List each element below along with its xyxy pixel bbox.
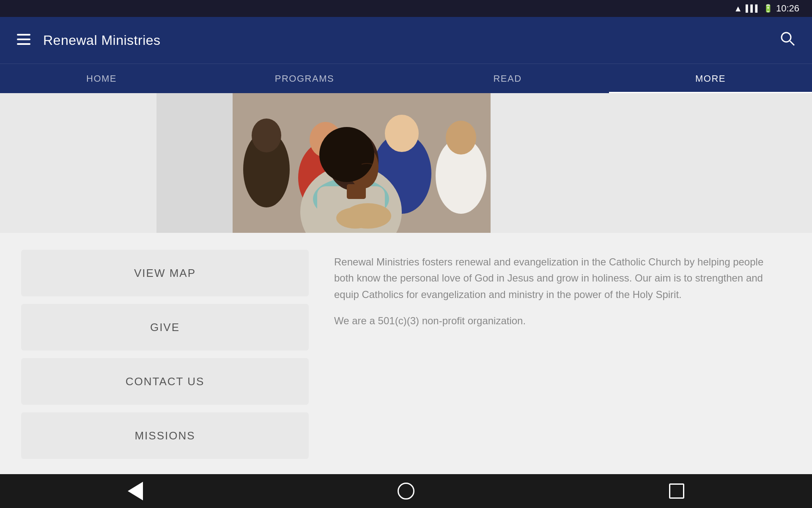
svg-point-7	[252, 119, 281, 152]
app-bar: Renewal Ministries	[0, 17, 812, 64]
svg-rect-0	[17, 34, 30, 36]
recents-button[interactable]	[664, 478, 689, 504]
recents-square-icon	[669, 483, 684, 499]
tab-read[interactable]: READ	[406, 64, 609, 93]
signal-icon: ▌▌▌	[746, 5, 760, 12]
battery-icon: 🔋	[763, 4, 773, 13]
tab-home[interactable]: HOME	[0, 64, 203, 93]
tab-programs[interactable]: PROGRAMS	[203, 64, 406, 93]
hero-section	[0, 93, 812, 233]
hero-right-bg	[491, 93, 812, 233]
svg-rect-2	[17, 43, 30, 45]
android-nav-bar	[0, 474, 812, 508]
home-circle-icon	[398, 483, 414, 500]
tab-more[interactable]: MORE	[609, 64, 812, 93]
svg-rect-1	[17, 39, 30, 40]
svg-line-4	[790, 41, 794, 45]
nav-tabs: HOME PROGRAMS READ MORE	[0, 64, 812, 93]
search-icon[interactable]	[780, 31, 795, 50]
svg-point-13	[446, 121, 476, 155]
home-button[interactable]	[393, 478, 419, 504]
hamburger-icon[interactable]	[17, 33, 30, 48]
nonprofit-paragraph: We are a 501(c)(3) non-profit organizati…	[334, 313, 782, 329]
back-button[interactable]	[123, 478, 148, 504]
view-map-button[interactable]: VIEW MAP	[21, 250, 309, 296]
app-bar-left: Renewal Ministries	[17, 33, 161, 48]
back-arrow-icon	[128, 482, 143, 500]
svg-point-11	[385, 115, 419, 152]
give-button[interactable]: GIVE	[21, 304, 309, 351]
content-area: VIEW MAP GIVE CONTACT US MISSIONS Renewa…	[0, 233, 812, 476]
wifi-icon: ▲	[734, 4, 742, 14]
svg-point-3	[782, 33, 791, 42]
svg-point-20	[336, 207, 374, 229]
left-buttons: VIEW MAP GIVE CONTACT US MISSIONS	[21, 250, 309, 459]
status-icons: ▲ ▌▌▌ 🔋 10:26	[734, 3, 799, 14]
svg-point-23	[319, 127, 374, 182]
right-text: Renewal Ministries fosters renewal and e…	[326, 250, 791, 459]
app-title: Renewal Ministries	[43, 33, 161, 48]
description-paragraph1: Renewal Ministries fosters renewal and e…	[334, 254, 782, 303]
missions-button[interactable]: MISSIONS	[21, 412, 309, 459]
hero-left-bg	[0, 93, 156, 233]
status-bar: ▲ ▌▌▌ 🔋 10:26	[0, 0, 812, 17]
svg-rect-24	[347, 184, 366, 199]
contact-us-button[interactable]: CONTACT US	[21, 358, 309, 405]
status-time: 10:26	[776, 3, 799, 14]
